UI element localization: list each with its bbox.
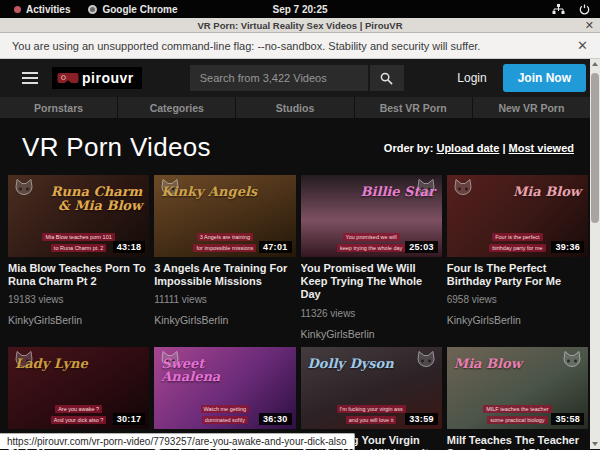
studio-cat-mask-icon	[560, 350, 584, 371]
video-duration-badge: 39:36	[551, 241, 584, 253]
thumbnail-performer-name: Dolly Dyson	[308, 357, 394, 371]
video-card: Mia Blow MILF teaches the teachersome pr…	[447, 347, 588, 450]
video-duration-badge: 43:18	[113, 241, 146, 253]
video-views: 11111 views	[154, 294, 295, 305]
system-top-bar: Activities Google Chrome Sep 7 20:25	[0, 0, 600, 18]
page-title: VR Porn Videos	[22, 132, 211, 163]
logo-text: pirouvr	[82, 70, 134, 86]
nav-item-pornstars[interactable]: Pornstars	[0, 97, 117, 118]
chrome-app-label: Google Chrome	[102, 4, 177, 15]
studio-cat-mask-icon	[451, 178, 475, 199]
video-card: Mia Blow Four is the perfectbirthday par…	[447, 175, 588, 347]
video-views: 11326 views	[301, 308, 442, 319]
network-icon[interactable]	[552, 4, 565, 15]
video-thumbnail[interactable]: Dolly Dyson I'm fucking your virgin assa…	[301, 347, 442, 429]
nav-item-new-vr-porn[interactable]: New VR Porn	[473, 97, 590, 118]
nav-item-best-vr-porn[interactable]: Best VR Porn	[355, 97, 472, 118]
thumbnail-performer-name: Lady Lyne	[15, 357, 88, 371]
scrollbar-thumb[interactable]	[591, 73, 599, 223]
thumbnail-performer-name: Kinky Angels	[161, 185, 257, 199]
thumbnail-performer-name: Mia Blow	[454, 357, 522, 371]
order-by: Order by: Upload date | Most viewed	[384, 142, 574, 154]
studio-cat-mask-icon	[12, 178, 36, 199]
status-bar-url: https://pirouvr.com/vr-porn-video/779325…	[0, 433, 355, 449]
studio-cat-mask-icon	[414, 350, 438, 371]
video-studio-link[interactable]: KinkyGirlsBerlin	[447, 314, 588, 326]
video-thumbnail[interactable]: Lady Lyne Are you awake ?And your dick a…	[8, 347, 149, 429]
site-header: pirouvr Login Join Now	[0, 59, 600, 97]
video-title-link[interactable]: Milf Teaches The Teacher Some Practical …	[447, 434, 588, 450]
video-studio-link[interactable]: KinkyGirlsBerlin	[154, 314, 295, 326]
chrome-app-menu[interactable]: Google Chrome	[88, 4, 177, 15]
page-content: pirouvr Login Join Now Pornstars Categor…	[0, 59, 600, 449]
activities-label: Activities	[26, 4, 70, 15]
video-grid: Runa Charm & Mia Blow Mia Blow teaches p…	[0, 175, 600, 450]
video-title-link[interactable]: You Promised We Will Keep Trying The Who…	[301, 262, 442, 302]
thumbnail-performer-name: Runa Charm & Mia Blow	[41, 185, 143, 212]
search-input[interactable]	[190, 65, 368, 91]
video-views: 6958 views	[447, 294, 588, 305]
window-close-icon[interactable]: ✕	[585, 18, 594, 32]
video-duration-badge: 36:30	[259, 413, 292, 425]
search-icon	[380, 72, 393, 85]
nav-item-studios[interactable]: Studios	[236, 97, 353, 118]
video-card: Kinky Angels 3 Angels are trainingfor im…	[154, 175, 295, 347]
video-duration-badge: 35:58	[551, 413, 584, 425]
warning-close-icon[interactable]: ✕	[577, 38, 588, 53]
video-studio-link[interactable]: KinkyGirlsBerlin	[8, 314, 149, 326]
login-link[interactable]: Login	[457, 71, 486, 85]
nav-item-categories[interactable]: Categories	[118, 97, 235, 118]
video-duration-badge: 30:17	[113, 413, 146, 425]
activities-icon	[14, 6, 21, 13]
video-thumbnail[interactable]: Kinky Angels 3 Angels are trainingfor im…	[154, 175, 295, 257]
main-nav: Pornstars Categories Studios Best VR Por…	[0, 97, 600, 118]
search-bar	[190, 65, 404, 91]
thumbnail-performer-name: Billie Star	[361, 185, 435, 199]
system-clock[interactable]: Sep 7 20:25	[272, 4, 327, 15]
order-by-separator: |	[502, 142, 505, 154]
video-thumbnail[interactable]: Mia Blow MILF teaches the teachersome pr…	[447, 347, 588, 429]
video-duration-badge: 47:01	[259, 241, 292, 253]
activities-button[interactable]: Activities	[14, 4, 70, 15]
search-button[interactable]	[370, 65, 404, 91]
video-card: Runa Charm & Mia Blow Mia Blow teaches p…	[8, 175, 149, 347]
video-thumbnail[interactable]: Sweet Analena Watch me gettingdominated …	[154, 347, 295, 429]
video-thumbnail[interactable]: Billie Star You promised we willkeep try…	[301, 175, 442, 257]
thumbnail-performer-name: Sweet Analena	[161, 357, 263, 384]
video-card: Billie Star You promised we willkeep try…	[301, 175, 442, 347]
scrollbar-up-arrow-icon[interactable]	[590, 59, 600, 69]
video-title-link[interactable]: Mia Blow Teaches Porn To Runa Charm Pt 2	[8, 262, 149, 288]
video-duration-badge: 33:59	[405, 413, 438, 425]
chrome-icon	[88, 5, 97, 14]
scrollbar[interactable]	[590, 59, 600, 449]
scrollbar-down-arrow-icon[interactable]	[590, 439, 600, 449]
video-thumbnail[interactable]: Mia Blow Four is the perfectbirthday par…	[447, 175, 588, 257]
video-views: 19183 views	[8, 294, 149, 305]
vr-goggles-icon	[57, 72, 79, 85]
warning-message: You are using an unsupported command-lin…	[12, 40, 480, 52]
thumbnail-performer-name: Mia Blow	[513, 185, 581, 199]
order-by-label: Order by:	[384, 142, 434, 154]
chrome-warning-bar: You are using an unsupported command-lin…	[0, 33, 600, 59]
site-logo[interactable]: pirouvr	[52, 67, 142, 89]
video-duration-badge: 25:03	[405, 241, 438, 253]
hamburger-menu-icon[interactable]	[22, 69, 38, 87]
window-titlebar[interactable]: VR Porn: Virtual Reality Sex Videos | Pi…	[0, 18, 600, 33]
video-studio-link[interactable]: KinkyGirlsBerlin	[301, 328, 442, 340]
order-by-upload-date-link[interactable]: Upload date	[436, 142, 499, 154]
video-title-link[interactable]: Four Is The Perfect Birthday Party For M…	[447, 262, 588, 288]
window-title: VR Porn: Virtual Reality Sex Videos | Pi…	[197, 20, 402, 31]
video-thumbnail[interactable]: Runa Charm & Mia Blow Mia Blow teaches p…	[8, 175, 149, 257]
page-heading-row: VR Porn Videos Order by: Upload date | M…	[0, 118, 600, 175]
video-title-link[interactable]: 3 Angels Are Training For Impossible Mis…	[154, 262, 295, 288]
join-now-button[interactable]: Join Now	[503, 64, 586, 92]
power-icon[interactable]	[579, 4, 590, 15]
order-by-most-viewed-link[interactable]: Most viewed	[509, 142, 574, 154]
